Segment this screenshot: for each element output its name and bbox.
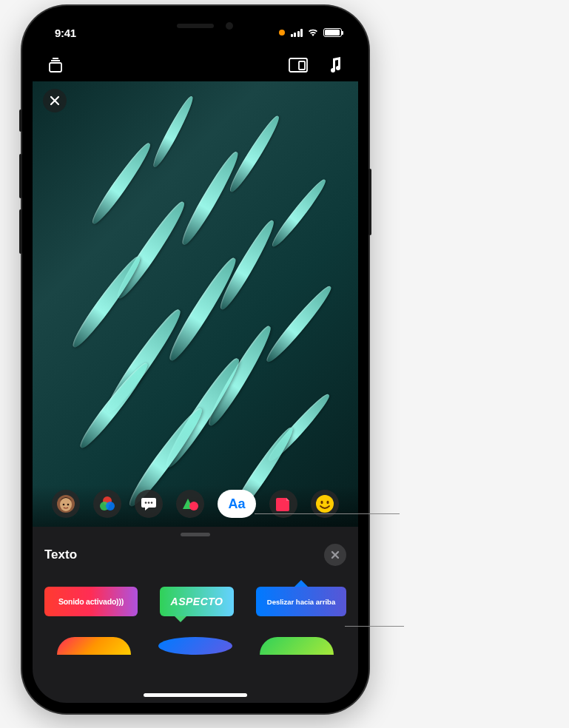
callout-line-1 [255,513,400,514]
volume-down-button [19,209,22,254]
text-style-aspect[interactable]: ASPECTO [160,587,234,616]
close-button[interactable] [43,89,67,112]
memoji-icon [55,493,76,514]
callout-line-2 [345,626,404,627]
effects-toolbar: Aa [33,485,358,527]
silence-switch [19,109,22,132]
panel-close-button[interactable] [324,544,346,566]
panel-grabber[interactable] [181,533,210,536]
text-style-label: ASPECTO [171,596,223,607]
svg-point-14 [316,495,334,513]
close-icon [331,550,340,559]
power-button [368,169,371,235]
status-time: 9:41 [55,27,76,39]
filters-icon [98,494,117,513]
svg-point-11 [148,502,150,504]
nav-bar [33,49,358,81]
clip-content-fish [33,81,358,527]
sticker-icon [275,495,292,513]
text-style-blob-3[interactable] [260,637,334,655]
home-indicator[interactable] [144,693,247,697]
svg-point-16 [326,501,329,504]
shapes-icon [181,496,200,512]
wifi-icon [307,28,319,37]
effect-memoji-button[interactable] [52,490,80,518]
text-style-blob-2[interactable] [158,637,232,655]
text-style-label: Sonido activado))) [58,597,124,606]
text-style-row-1: Sonido activado))) ASPECTO Deslizar haci… [44,587,346,616]
panel-header: Texto [44,544,346,566]
effect-text-button[interactable]: Aa [218,490,256,518]
library-button[interactable] [46,55,65,75]
text-icon: Aa [228,496,245,512]
effect-shapes-button[interactable] [176,490,204,518]
speech-bubble-icon [140,495,158,513]
music-button[interactable] [326,55,345,75]
volume-up-button [19,154,22,198]
svg-point-4 [60,498,72,511]
svg-rect-0 [50,63,61,72]
recording-indicator-icon [279,30,285,36]
close-icon [50,95,60,106]
svg-point-6 [67,504,70,506]
text-style-swipe-up[interactable]: Deslizar hacia arriba [256,587,346,616]
panel-title: Texto [44,547,77,562]
svg-point-10 [145,502,147,504]
svg-point-5 [63,504,65,506]
svg-point-15 [320,501,323,504]
screen: 9:41 [33,16,358,703]
aspect-ratio-button[interactable] [289,55,308,75]
cellular-signal-icon [291,29,303,37]
iphone-frame: 9:41 [22,6,368,713]
clip-viewer[interactable]: Aa [33,81,358,527]
text-style-sound-on[interactable]: Sonido activado))) [44,587,138,616]
effect-caption-button[interactable] [135,490,163,518]
emoji-icon [315,494,334,513]
svg-rect-2 [299,61,305,70]
svg-point-12 [151,502,153,504]
battery-icon [323,28,342,37]
status-indicators [279,28,343,37]
svg-point-9 [106,502,115,510]
text-style-blob-1[interactable] [57,637,131,655]
text-browser-panel: Texto Sonido activado))) ASPECTO Desliza… [33,527,358,703]
svg-point-13 [189,502,198,510]
text-style-label: Deslizar hacia arriba [267,598,335,606]
text-style-row-2 [44,637,346,655]
notch [125,16,266,38]
effect-filters-button[interactable] [93,490,121,518]
